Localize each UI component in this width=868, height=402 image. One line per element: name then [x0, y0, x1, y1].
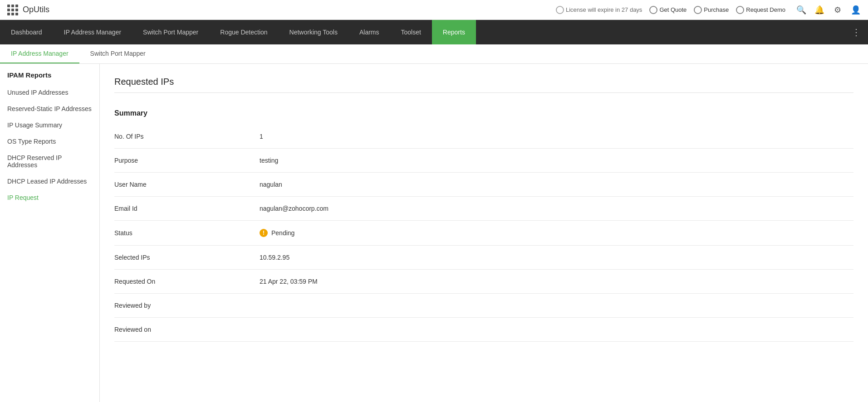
label-purpose: Purpose	[114, 149, 260, 173]
subtab-ip-address-manager[interactable]: IP Address Manager	[0, 44, 79, 63]
table-row: Email Id nagulan@zohocorp.com	[114, 197, 853, 221]
table-row: Reviewed on	[114, 318, 853, 342]
nav-item-dashboard[interactable]: Dashboard	[0, 20, 53, 44]
search-icon[interactable]: 🔍	[796, 5, 806, 15]
label-selected-ips: Selected IPs	[114, 246, 260, 270]
nav-item-alarms[interactable]: Alarms	[348, 20, 390, 44]
nav-item-ip-address-manager[interactable]: IP Address Manager	[53, 20, 132, 44]
nav-bar: Dashboard IP Address Manager Switch Port…	[0, 20, 868, 44]
table-row: Status ! Pending	[114, 221, 853, 246]
value-user-name: nagulan	[260, 173, 853, 197]
app-grid-icon[interactable]	[7, 5, 18, 15]
bell-icon[interactable]: 🔔	[814, 5, 824, 15]
request-demo-button[interactable]: Request Demo	[736, 6, 785, 14]
sidebar-item-unused-ip[interactable]: Unused IP Addresses	[0, 84, 99, 101]
label-requested-on: Requested On	[114, 270, 260, 294]
status-pending-icon: !	[260, 229, 268, 237]
top-bar-right: License will expire in 27 days Get Quote…	[556, 5, 861, 15]
sidebar-title: IPAM Reports	[0, 71, 99, 84]
nav-more-icon[interactable]: ⋮	[844, 20, 868, 44]
nav-item-reports[interactable]: Reports	[432, 20, 476, 44]
sidebar: IPAM Reports Unused IP Addresses Reserve…	[0, 64, 100, 402]
nav-item-rogue-detection[interactable]: Rogue Detection	[209, 20, 278, 44]
sidebar-item-ip-usage-summary[interactable]: IP Usage Summary	[0, 117, 99, 133]
nav-item-switch-port-mapper[interactable]: Switch Port Mapper	[132, 20, 209, 44]
top-icons: 🔍 🔔 ⚙ 👤	[796, 5, 861, 15]
get-quote-button[interactable]: Get Quote	[649, 6, 687, 14]
value-reviewed-on	[260, 318, 853, 342]
detail-table: No. Of IPs 1 Purpose testing User Name n…	[114, 125, 853, 342]
purchase-button[interactable]: Purchase	[694, 6, 729, 14]
main-layout: IPAM Reports Unused IP Addresses Reserve…	[0, 64, 868, 402]
sidebar-item-os-type-reports[interactable]: OS Type Reports	[0, 133, 99, 150]
sidebar-item-dhcp-reserved[interactable]: DHCP Reserved IP Addresses	[0, 150, 99, 173]
top-bar: OpUtils License will expire in 27 days G…	[0, 0, 868, 20]
subtab-switch-port-mapper[interactable]: Switch Port Mapper	[79, 44, 157, 63]
nav-item-toolset[interactable]: Toolset	[390, 20, 432, 44]
value-email-id: nagulan@zohocorp.com	[260, 197, 853, 221]
gear-icon[interactable]: ⚙	[833, 5, 843, 15]
label-reviewed-by: Reviewed by	[114, 294, 260, 318]
app-name: OpUtils	[23, 5, 49, 15]
sub-tabs: IP Address Manager Switch Port Mapper	[0, 44, 868, 64]
table-row: Purpose testing	[114, 149, 853, 173]
label-email-id: Email Id	[114, 197, 260, 221]
table-row: Requested On 21 Apr 22, 03:59 PM	[114, 270, 853, 294]
value-purpose: testing	[260, 149, 853, 173]
value-no-of-ips: 1	[260, 125, 853, 149]
value-reviewed-by	[260, 294, 853, 318]
content-area: Requested IPs Summary No. Of IPs 1 Purpo…	[100, 64, 868, 402]
label-reviewed-on: Reviewed on	[114, 318, 260, 342]
label-user-name: User Name	[114, 173, 260, 197]
label-no-of-ips: No. Of IPs	[114, 125, 260, 149]
table-row: User Name nagulan	[114, 173, 853, 197]
status-pending-label: Pending	[271, 229, 294, 237]
sidebar-item-reserved-static[interactable]: Reserved-Static IP Addresses	[0, 101, 99, 117]
table-row: Reviewed by	[114, 294, 853, 318]
value-status: ! Pending	[260, 221, 853, 246]
section-title: Summary	[114, 102, 853, 125]
table-row: No. Of IPs 1	[114, 125, 853, 149]
status-pending-container: ! Pending	[260, 229, 853, 237]
license-notice: License will expire in 27 days	[556, 6, 642, 14]
value-selected-ips: 10.59.2.95	[260, 246, 853, 270]
nav-item-networking-tools[interactable]: Networking Tools	[279, 20, 348, 44]
value-requested-on: 21 Apr 22, 03:59 PM	[260, 270, 853, 294]
user-icon[interactable]: 👤	[851, 5, 861, 15]
label-status: Status	[114, 221, 260, 246]
sidebar-item-dhcp-leased[interactable]: DHCP Leased IP Addresses	[0, 173, 99, 189]
page-title: Requested IPs	[114, 77, 853, 93]
table-row: Selected IPs 10.59.2.95	[114, 246, 853, 270]
sidebar-item-ip-request[interactable]: IP Request	[0, 189, 99, 206]
